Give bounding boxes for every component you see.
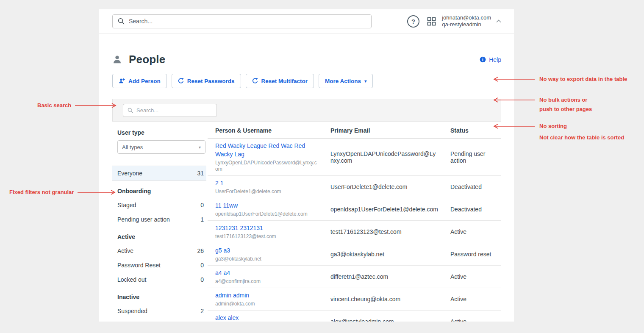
filter-count: 2: [200, 308, 204, 314]
person-username: UserForDelete1@delete.com: [215, 189, 319, 195]
filter-bar: [112, 99, 501, 122]
title-row: People Help: [112, 53, 501, 66]
person-icon: [112, 55, 122, 64]
sidebar-item-everyone[interactable]: Everyone 31: [112, 166, 206, 181]
more-actions-button[interactable]: More Actions ▾: [319, 74, 373, 88]
reset-multifactor-button[interactable]: Reset Multifactor: [246, 74, 314, 88]
reset-multifactor-label: Reset Multifactor: [261, 78, 308, 84]
person-username: test1716123123@test.com: [215, 233, 319, 240]
table-row: g5 a3 ga3@oktaskylab.net ga3@oktaskylab.…: [208, 243, 501, 266]
annotation-no-bulk-actions: No bulk actions or push to other pages: [493, 96, 592, 114]
people-search-input[interactable]: [136, 107, 212, 114]
search-icon: [128, 108, 133, 113]
filter-label: Everyone: [117, 170, 142, 177]
annotation-text: Fixed filters not granular: [9, 188, 74, 197]
filter-label: Pending user action: [117, 216, 170, 223]
column-person-username: Person & Username: [208, 124, 323, 139]
account-menu[interactable]: johnatan@okta.com qa-restyleadmin: [442, 14, 491, 28]
people-search[interactable]: [123, 104, 217, 117]
apps-grid-icon[interactable]: [427, 17, 436, 26]
primary-email: differetn1@aztec.com: [323, 266, 443, 288]
filter-label: Password Reset: [117, 262, 161, 269]
filter-group-inactive: Inactive: [112, 287, 206, 304]
person-name-link[interactable]: alex alex: [215, 314, 239, 322]
person-name-link[interactable]: 11 11ww: [215, 201, 238, 210]
primary-email: vincent.cheung@okta.com: [323, 288, 443, 311]
user-type-select[interactable]: All types ▾: [117, 140, 205, 154]
caret-down-icon: ▾: [199, 145, 201, 150]
person-username: a4@confirmjira.com: [215, 278, 319, 285]
arrow-right-icon: [75, 103, 117, 108]
filter-count: 0: [200, 262, 204, 269]
status: Active: [443, 311, 501, 322]
account-name: qa-restyleadmin: [442, 21, 491, 28]
person-username: ga3@oktaskylab.net: [215, 256, 319, 262]
person-name-link[interactable]: 1231231 2312131: [215, 224, 263, 232]
global-search[interactable]: [112, 14, 372, 28]
filters-sidebar: User type All types ▾ Everyone 31 Onboar…: [112, 122, 206, 322]
table-row: 2 1 UserForDelete1@delete.com UserForDel…: [208, 176, 501, 198]
filter-count: 1: [200, 216, 204, 223]
status: Password reset: [443, 243, 501, 266]
table-row: a4 a4 a4@confirmjira.com differetn1@azte…: [208, 266, 501, 288]
caret-down-icon: ▾: [364, 79, 366, 83]
sidebar-item-deactivated[interactable]: Deactivated 2: [112, 318, 206, 322]
status: Deactivated: [443, 198, 501, 221]
info-icon: [480, 56, 486, 63]
filter-label: Locked out: [117, 276, 147, 283]
sidebar-item-locked-out[interactable]: Locked out 0: [112, 272, 206, 287]
sidebar-item-staged[interactable]: Staged 0: [112, 198, 206, 212]
primary-email: openldsap1UserForDelete1@delete.com: [323, 198, 443, 221]
person-name-link[interactable]: Red Wacky League Red Wac Red Wacky Lag: [215, 142, 319, 158]
annotation-no-export: No way to export data in the table: [493, 75, 627, 83]
add-person-label: Add Person: [128, 78, 161, 84]
help-link-label: Help: [489, 56, 501, 63]
sidebar-item-active[interactable]: Active 26: [112, 244, 206, 258]
filter-count: 31: [197, 170, 204, 177]
annotation-text: No way to export data in the table: [539, 75, 627, 83]
admin-console-card: ? johnatan@okta.com qa-restyleadmin: [99, 9, 514, 322]
people-table: Person & Username Primary Email Status R…: [208, 124, 501, 322]
primary-email: test1716123123@test.com: [323, 221, 443, 243]
sidebar-item-pending-user-action[interactable]: Pending user action 1: [112, 212, 206, 227]
arrow-right-icon: [77, 189, 116, 195]
arrow-left-icon: [493, 123, 535, 129]
sidebar-item-password-reset[interactable]: Password Reset 0: [112, 258, 206, 272]
filter-count: 0: [200, 202, 204, 208]
help-icon[interactable]: ?: [407, 15, 419, 28]
global-search-input[interactable]: [129, 18, 366, 25]
account-email: johnatan@okta.com: [442, 14, 491, 21]
annotation-basic-search: Basic search: [37, 101, 117, 110]
primary-email: ga3@oktaskylab.net: [323, 243, 443, 266]
reset-passwords-button[interactable]: Reset Passwords: [172, 74, 241, 88]
chevron-up-icon[interactable]: [496, 19, 501, 23]
more-actions-label: More Actions: [325, 78, 361, 84]
person-name-link[interactable]: a4 a4: [215, 269, 230, 277]
filter-label: Active: [117, 247, 133, 254]
top-right-controls: ? johnatan@okta.com qa-restyleadmin: [407, 14, 501, 28]
annotation-text: push to other pages: [539, 105, 592, 114]
annotation-text: No sorting: [539, 122, 624, 130]
filter-label: Suspended: [117, 308, 147, 314]
help-link[interactable]: Help: [480, 56, 501, 63]
page-title: People: [129, 53, 165, 66]
arrow-left-icon: [493, 97, 535, 103]
add-person-button[interactable]: Add Person: [112, 74, 167, 88]
status: Pending user action: [443, 139, 501, 176]
reset-passwords-label: Reset Passwords: [187, 78, 235, 84]
search-icon: [118, 18, 125, 25]
person-name-link[interactable]: admin admin: [215, 291, 249, 300]
person-name-link[interactable]: 2 1: [215, 179, 223, 187]
column-primary-email: Primary Email: [323, 124, 443, 139]
annotation-text: No bulk actions or: [539, 96, 592, 104]
sidebar-item-suspended[interactable]: Suspended 2: [112, 304, 206, 318]
person-username: LynxyOpenLDAPUnicodePassword@Lynxy.com: [215, 160, 319, 172]
table-row: alex alex alex@restyleadmin.com alex@res…: [208, 311, 501, 322]
status: Active: [443, 288, 501, 311]
arrow-left-icon: [493, 76, 535, 82]
filter-group-onboarding: Onboarding: [112, 181, 206, 198]
status: Deactivated: [443, 176, 501, 198]
person-name-link[interactable]: g5 a3: [215, 246, 230, 255]
toolbar: Add Person Reset Passwords Reset Multifa…: [112, 74, 501, 88]
primary-email: alex@restyleadmin.com: [323, 311, 443, 322]
